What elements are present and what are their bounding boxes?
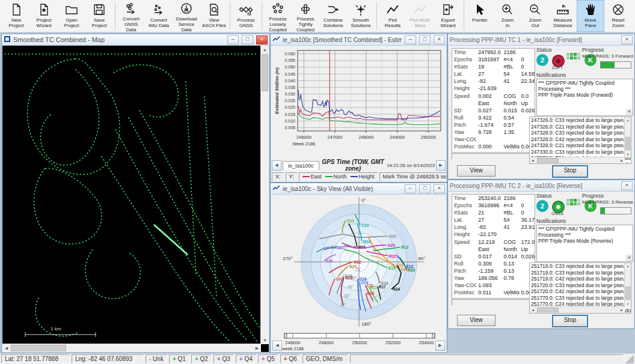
export-wizard-button[interactable]: Export Wizard bbox=[434, 0, 462, 32]
sky-timeline-slider[interactable]: 246000248000250000252000254000week 2186 bbox=[271, 332, 446, 352]
map-window-icon bbox=[4, 35, 11, 44]
svg-text:0°: 0° bbox=[361, 198, 366, 203]
plot-results-button-label: Plot Results bbox=[385, 17, 401, 28]
new-project-button[interactable]: New Project bbox=[2, 0, 30, 32]
scroll-thumb[interactable] bbox=[625, 287, 630, 300]
scroll-up-icon[interactable]: ▲ bbox=[625, 263, 631, 269]
pointer-button[interactable]: Pointer bbox=[466, 0, 494, 32]
restore-button[interactable]: □ bbox=[419, 35, 431, 44]
plot-results-button[interactable]: Plot Results bbox=[379, 0, 406, 32]
mark-time-field: Mark Time @ 246828.5 seconds bbox=[379, 172, 446, 181]
save-project-button[interactable]: Save Project bbox=[85, 0, 113, 32]
proc1-titlebar[interactable]: Processing PPP-IMU TC 1 - ie_isa100c [Fo… bbox=[448, 34, 634, 46]
map-horizontal-scrollbar[interactable]: ◀ ▶ bbox=[2, 344, 261, 352]
scroll-up-icon[interactable]: ▲ bbox=[625, 117, 631, 123]
view-button[interactable]: View bbox=[457, 165, 495, 177]
minimize-button[interactable]: – bbox=[405, 184, 416, 193]
close-button[interactable]: × bbox=[434, 184, 445, 193]
scroll-right-icon[interactable]: ▶ bbox=[619, 307, 625, 313]
map-window-titlebar[interactable]: Smoothed TC Combined - Map – □ × bbox=[2, 34, 269, 46]
measure-distance-button[interactable]: Measure Distance bbox=[549, 0, 577, 32]
messages-vscrollbar[interactable]: ▲▼ bbox=[624, 117, 631, 157]
minimize-button[interactable]: – bbox=[227, 35, 239, 44]
plot-window-icon bbox=[272, 185, 280, 192]
messages-list[interactable]: 247326.0: C33 rejected due to large pseu… bbox=[529, 117, 631, 164]
sky-window-titlebar[interactable]: ie_isa100c - Sky View (All Visible) – □ … bbox=[271, 183, 447, 195]
restore-button[interactable]: □ bbox=[419, 184, 431, 193]
process-tightly-button[interactable]: Process Tightly Coupled bbox=[292, 0, 319, 32]
close-button[interactable]: × bbox=[256, 35, 268, 44]
accuracy-window-titlebar[interactable]: ie_isa100c [Smoothed TC Combined] - Esti… bbox=[271, 34, 447, 46]
message-row: 247328.0: C33 rejected due to large pseu… bbox=[530, 130, 631, 136]
map-vertical-scrollbar[interactable]: ▲ ▼ bbox=[260, 46, 269, 344]
smooth-solutions-button[interactable]: Smooth Solutions bbox=[347, 0, 375, 32]
scroll-right-icon[interactable]: ▶ bbox=[253, 344, 261, 352]
scroll-left-icon[interactable]: ◀ bbox=[530, 157, 536, 163]
open-project-button[interactable]: Open Project bbox=[58, 0, 85, 32]
combine-solutions-button[interactable]: Combine Solutions bbox=[319, 0, 347, 32]
notifications-box[interactable]: *** GPSPPP-IMU Tightly Coupled Processin… bbox=[536, 225, 633, 262]
scroll-thumb[interactable] bbox=[625, 137, 630, 150]
view-button[interactable]: View bbox=[457, 315, 495, 326]
notif-scroll-down-icon[interactable]: ▼ bbox=[626, 109, 633, 115]
table-hscrollbar[interactable] bbox=[452, 299, 535, 306]
scroll-right-icon[interactable]: ▶ bbox=[619, 157, 625, 163]
zoom-out-button[interactable]: Zoom Out bbox=[521, 0, 549, 32]
quality-sign: + bbox=[173, 356, 178, 362]
status-badge-caption: ZUPT bbox=[548, 65, 566, 70]
table-cell: 0.13 bbox=[502, 260, 519, 267]
scroll-up-icon[interactable]: ▲ bbox=[261, 46, 269, 53]
maximize-button[interactable]: □ bbox=[242, 35, 253, 44]
timeline-forward-icon[interactable]: ▶ bbox=[435, 341, 445, 351]
scroll-down-icon[interactable]: ▼ bbox=[261, 336, 269, 344]
table-cell: #<4 bbox=[502, 202, 519, 209]
messages-vscrollbar[interactable]: ▲▼ bbox=[624, 263, 631, 307]
close-button[interactable]: × bbox=[434, 35, 445, 44]
next-plot-icon[interactable]: ▶ bbox=[436, 160, 446, 171]
stop-button[interactable]: Stop bbox=[552, 165, 588, 178]
sky-plot[interactable]: 0°90°180°270°15°30°45°60°75°G05R06R04G07… bbox=[271, 195, 446, 329]
messages-list[interactable]: 251718.0: C33 rejected due to large pseu… bbox=[529, 262, 631, 314]
minimize-button[interactable]: – bbox=[405, 35, 416, 44]
scroll-thumb[interactable] bbox=[537, 158, 559, 163]
accuracy-chart[interactable]: 0.0050.0100.0150.0200.0250.0300.0350.040… bbox=[271, 46, 446, 157]
project-wizard-button[interactable]: Project Wizard bbox=[30, 0, 58, 32]
messages-hscrollbar[interactable]: ◀▶ bbox=[530, 306, 625, 313]
convert-gnss-button[interactable]: Convert GNSS Data bbox=[117, 0, 145, 32]
plot-tab[interactable]: ie_isa100c bbox=[283, 161, 319, 170]
svg-text:254000: 254000 bbox=[419, 340, 434, 345]
scroll-left-icon[interactable]: ◀ bbox=[2, 344, 10, 352]
notif-scroll-down-icon[interactable]: ▼ bbox=[626, 255, 633, 261]
notifications-box[interactable]: *** GPSPPP-IMU Tightly Coupled Processin… bbox=[536, 79, 633, 116]
close-button[interactable]: × bbox=[621, 181, 633, 190]
scroll-down-icon[interactable]: ▼ bbox=[625, 301, 631, 307]
scroll-thumb[interactable] bbox=[537, 308, 559, 312]
table-hscrollbar[interactable] bbox=[452, 153, 535, 160]
move-pane-button[interactable]: Move Pane bbox=[577, 0, 604, 32]
process-loosely-button[interactable]: Process Loosely Coupled bbox=[264, 0, 292, 32]
close-button[interactable]: × bbox=[621, 35, 633, 44]
smooth-icon bbox=[354, 2, 368, 17]
view-ascii-button[interactable]: View ASCII Files bbox=[200, 0, 228, 32]
reset-zoom-button[interactable]: Reset Zoom bbox=[604, 0, 632, 32]
progress-label: Progress bbox=[582, 193, 604, 199]
map-canvas[interactable]: 1 km bbox=[2, 46, 261, 344]
scroll-left-icon[interactable]: ◀ bbox=[530, 307, 536, 313]
timeline-back-icon[interactable]: ◀ bbox=[272, 341, 282, 351]
table-cell: Epochs bbox=[452, 202, 476, 209]
download-service-button[interactable]: Download Service Data bbox=[173, 0, 200, 32]
table-cell: 0 bbox=[520, 202, 535, 209]
table-cell: 0.78 bbox=[502, 275, 519, 282]
messages-hscrollbar[interactable]: ◀▶ bbox=[530, 157, 625, 163]
convert-imu-button[interactable]: Convert IMU Data bbox=[145, 0, 173, 32]
scroll-down-icon[interactable]: ▼ bbox=[625, 151, 631, 157]
zoom-in-button[interactable]: Zoom In bbox=[494, 0, 521, 32]
scalebar-label: 1 km bbox=[51, 326, 61, 332]
prev-plot-icon[interactable]: ◀ bbox=[272, 160, 281, 171]
svg-text:G07: G07 bbox=[337, 246, 345, 250]
quality-name: Q5 bbox=[266, 356, 274, 362]
table-cell: Height bbox=[452, 85, 476, 92]
stop-button[interactable]: Stop bbox=[552, 315, 588, 327]
proc2-titlebar[interactable]: Processing PPP-IMU TC 2 - ie_isa100c [Re… bbox=[448, 180, 634, 192]
process-gnss-button[interactable]: Process GNSS bbox=[232, 0, 260, 32]
